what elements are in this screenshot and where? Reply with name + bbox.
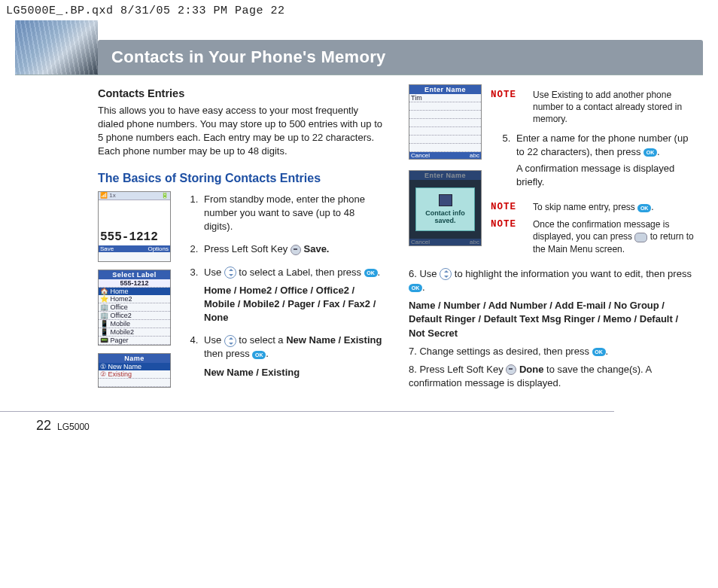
screenshot-number: 555-1212 — [99, 200, 170, 245]
nav-key-icon — [224, 335, 236, 347]
note-return-menu: NOTE Once the confirmation message is di… — [491, 218, 697, 255]
heading-basics: The Basics of Storing Contacts Entries — [98, 172, 386, 185]
title-row: Contacts in Your Phone's Memory — [15, 20, 703, 75]
model-number: LG5000 — [57, 422, 90, 432]
screenshot-name: Name ① New Name ② Existing — [98, 353, 171, 388]
note-use-existing: NOTE Use Existing to add another phone n… — [491, 89, 697, 126]
ok-key-icon: OK — [252, 351, 266, 359]
left-column: Contacts Entries This allows you to have… — [98, 84, 386, 395]
right-column: Enter Name Tim Cancelabc Enter Name Cont… — [409, 84, 697, 395]
steps-list: From standby mode, enter the phone numbe… — [178, 191, 386, 387]
content-columns: Contacts Entries This allows you to have… — [0, 75, 718, 402]
step-1: From standby mode, enter the phone numbe… — [201, 191, 386, 242]
note-skip-name: NOTE To skip name entry, press OK. — [491, 201, 697, 214]
page-title: Contacts in Your Phone's Memory — [98, 40, 703, 75]
left-soft-key-icon — [506, 364, 516, 375]
ok-key-icon: OK — [592, 348, 606, 356]
ok-key-icon: OK — [364, 269, 378, 277]
decorative-photo — [15, 20, 98, 75]
ok-key-icon: OK — [409, 284, 422, 292]
save-disk-icon — [439, 194, 452, 206]
edit-options: Name / Number / Add Number / Add E-mail … — [409, 299, 697, 340]
screenshot-standby: 📶 1x🔋 555-1212 SaveOptions — [98, 191, 171, 262]
step-5: Enter a name for the phone number (up to… — [513, 130, 697, 197]
step-8: 8. Press Left Soft Key Done to save the … — [409, 363, 697, 390]
screenshot-enter-name: Enter Name Tim Cancelabc — [409, 84, 482, 160]
step-3: Use to select a Label, then press OK. Ho… — [201, 264, 386, 333]
page-number: 22 — [36, 418, 51, 434]
ok-key-icon: OK — [637, 204, 651, 212]
ok-key-icon: OK — [643, 148, 657, 157]
name-options: New Name / Existing — [204, 366, 386, 379]
steps-list-right: Enter a name for the phone number (up to… — [491, 130, 697, 197]
left-soft-key-icon — [291, 245, 301, 255]
crop-mark-header: LG5000E_.BP.qxd 8/31/05 2:33 PM Page 22 — [0, 0, 718, 20]
step-2: Press Left Soft Key Save. — [201, 241, 386, 264]
heading-contacts-entries: Contacts Entries — [98, 87, 386, 99]
nav-key-icon — [224, 267, 236, 279]
screenshot-select-label: Select Label 555-1212 🏠 Home ⭐ Home2 🏢 O… — [98, 270, 171, 346]
step-4: Use to select a New Name / Existing then… — [201, 332, 386, 387]
step-7: 7. Change settings as desired, then pres… — [409, 345, 697, 358]
label-options: Home / Home2 / Office / Office2 / Mobile… — [204, 284, 386, 325]
page-footer: 22 LG5000 — [0, 411, 614, 434]
screenshot-saved: Enter Name Contact infosaved. Cancelabc — [409, 170, 482, 246]
step-6: 6. Use to highlight the information you … — [409, 267, 697, 294]
nav-key-icon — [440, 268, 452, 280]
paragraph-intro: This allows you to have easy access to y… — [98, 104, 386, 158]
clr-key-icon — [634, 233, 647, 242]
